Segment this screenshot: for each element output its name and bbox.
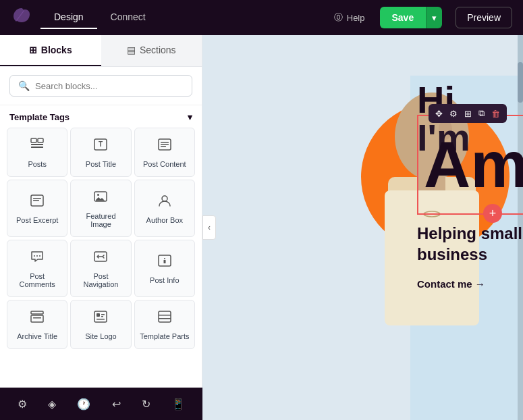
svg-rect-3 (38, 138, 43, 142)
help-button[interactable]: ⓪ Help (327, 7, 372, 28)
svg-point-21 (164, 258, 165, 259)
block-featured-image[interactable]: Featured Image (70, 180, 131, 237)
svg-point-17 (36, 255, 38, 257)
search-icon: 🔍 (18, 80, 30, 91)
top-navigation: Design Connect ⓪ Help Save ▾ Preview (0, 0, 523, 35)
sidebar: ⊞ Blocks ▤ Sections 🔍 Template Tags ▾ (0, 35, 202, 420)
template-parts-icon (157, 309, 173, 328)
block-template-parts[interactable]: Template Parts (134, 300, 195, 349)
svg-rect-11 (33, 198, 41, 199)
help-icon: ⓪ (334, 11, 343, 24)
collapse-icon[interactable]: ▾ (188, 112, 192, 122)
nav-tabs: Design Connect (40, 6, 159, 29)
archive-title-icon (29, 309, 45, 328)
block-featured-image-label: Featured Image (75, 212, 126, 228)
history-button[interactable]: 🕐 (72, 392, 96, 416)
block-post-excerpt[interactable]: Post Excerpt (7, 180, 67, 237)
svg-point-16 (34, 255, 35, 257)
hero-contact-text: Contact me → (417, 278, 485, 290)
nav-design-tab[interactable]: Design (40, 6, 97, 29)
main-layout: ⊞ Blocks ▤ Sections 🔍 Template Tags ▾ (0, 35, 523, 420)
block-site-logo-label: Site Logo (85, 332, 116, 340)
post-content-icon (157, 136, 173, 156)
block-post-content[interactable]: Post Content (134, 128, 195, 177)
save-button[interactable]: Save (380, 7, 426, 28)
svg-rect-9 (161, 146, 166, 147)
save-dropdown-button[interactable]: ▾ (426, 7, 442, 28)
block-archive-title-label: Archive Title (17, 332, 57, 340)
copy-tool-button[interactable]: ⧉ (478, 108, 485, 119)
svg-text:T: T (99, 140, 103, 148)
svg-rect-31 (159, 311, 171, 322)
save-button-group: Save ▾ (380, 7, 443, 28)
canvas-area: ‹ Hi, I'm ✥ ⚙ (202, 35, 523, 420)
tab-sections[interactable]: ▤ Sections (101, 35, 202, 66)
svg-point-14 (97, 194, 99, 196)
move-tool-button[interactable]: ✥ (435, 109, 443, 119)
block-post-comments[interactable]: Post Comments (7, 240, 67, 297)
undo-button[interactable]: ↩ (107, 392, 126, 416)
hero-helping-text: Helping smallbusiness (417, 223, 522, 265)
block-template-parts-label: Template Parts (140, 332, 189, 340)
svg-rect-8 (161, 144, 169, 145)
svg-rect-12 (33, 200, 39, 201)
block-post-info[interactable]: Post Info (134, 240, 195, 297)
grid-tool-button[interactable]: ⊞ (464, 109, 472, 119)
block-archive-title[interactable]: Archive Title (7, 300, 67, 349)
block-post-navigation[interactable]: Post Navigation (70, 240, 131, 297)
settings-button[interactable]: ⚙ (12, 392, 32, 416)
svg-rect-7 (161, 142, 169, 143)
template-tags-header: Template Tags ▾ (0, 105, 202, 128)
block-author-box[interactable]: Author Box (134, 180, 195, 237)
mobile-view-button[interactable]: 📱 (166, 392, 190, 416)
svg-rect-29 (101, 316, 103, 317)
svg-rect-25 (33, 317, 41, 319)
delete-tool-button[interactable]: 🗑 (491, 109, 500, 119)
svg-rect-28 (101, 314, 105, 315)
layers-button[interactable]: ◈ (43, 392, 61, 416)
block-post-info-label: Post Info (150, 276, 179, 284)
svg-rect-0 (31, 138, 36, 142)
nav-connect-tab[interactable]: Connect (97, 6, 159, 29)
svg-point-15 (162, 196, 167, 201)
selected-block[interactable]: Am + (417, 115, 523, 215)
svg-rect-30 (97, 319, 105, 320)
hero-am-text: Am (418, 132, 523, 197)
svg-rect-2 (31, 147, 43, 148)
author-box-icon (157, 192, 173, 212)
posts-icon (29, 136, 45, 156)
svg-rect-27 (97, 313, 100, 317)
post-info-icon (157, 253, 173, 272)
svg-rect-24 (31, 315, 43, 322)
block-post-comments-label: Post Comments (11, 272, 63, 288)
post-title-icon: T (92, 136, 109, 156)
block-edit-toolbar: ✥ ⚙ ⊞ ⧉ 🗑 (429, 104, 507, 123)
block-posts-label: Posts (28, 160, 47, 168)
block-site-logo[interactable]: Site Logo (70, 300, 131, 349)
bottom-toolbar: ⚙ ◈ 🕐 ↩ ↻ 📱 (0, 388, 202, 420)
site-logo-icon (92, 309, 109, 328)
block-post-title[interactable]: T Post Title (70, 128, 131, 177)
block-post-title-label: Post Title (86, 160, 116, 168)
featured-image-icon (92, 188, 109, 208)
svg-rect-32 (159, 315, 171, 316)
svg-rect-33 (159, 318, 171, 319)
search-input[interactable] (35, 81, 184, 91)
post-excerpt-icon (29, 192, 45, 212)
search-box: 🔍 (9, 75, 192, 97)
blocks-tab-icon: ⊞ (29, 45, 37, 55)
svg-rect-23 (31, 311, 43, 314)
add-block-button[interactable]: + (483, 204, 502, 223)
post-comments-icon (29, 248, 45, 268)
search-container: 🔍 (0, 67, 202, 105)
block-post-navigation-label: Post Navigation (75, 272, 126, 288)
preview-button[interactable]: Preview (456, 7, 512, 28)
logo-icon (11, 5, 32, 30)
redo-button[interactable]: ↻ (136, 392, 156, 416)
tab-blocks[interactable]: ⊞ Blocks (0, 35, 101, 66)
svg-rect-22 (163, 260, 165, 263)
block-posts[interactable]: Posts (7, 128, 67, 177)
sections-tab-icon: ▤ (127, 45, 136, 55)
settings-tool-button[interactable]: ⚙ (449, 109, 458, 119)
collapse-sidebar-button[interactable]: ‹ (202, 215, 216, 240)
